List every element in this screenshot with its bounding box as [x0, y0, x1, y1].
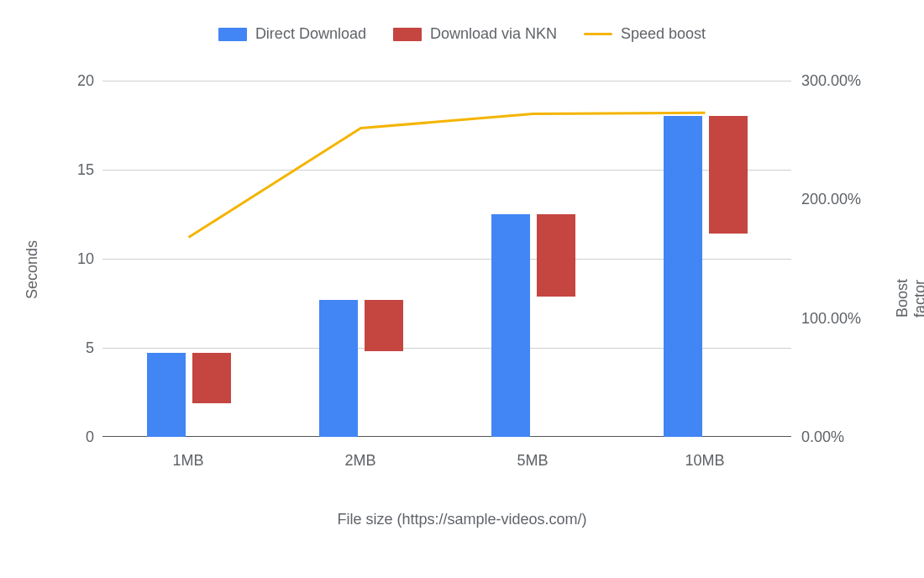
y-left-tick: 15: [20, 161, 94, 179]
y-axis-left-label: Seconds: [24, 240, 41, 299]
boost-line: [102, 81, 791, 437]
x-axis-label: File size (https://sample-videos.com/): [20, 511, 904, 528]
legend-item-nkn: Download via NKN: [393, 25, 557, 43]
legend: Direct Download Download via NKN Speed b…: [0, 25, 924, 43]
legend-item-boost: Speed boost: [584, 25, 706, 43]
legend-swatch-nkn-icon: [393, 28, 422, 41]
y-left-tick: 0: [20, 428, 94, 446]
plot-area: [102, 81, 791, 437]
y-left-tick: 10: [20, 250, 94, 268]
y-right-tick: 0.00%: [801, 428, 844, 446]
chart: Seconds Boost factor % File size (https:…: [20, 74, 904, 544]
y-left-tick: 5: [20, 339, 94, 357]
legend-swatch-boost-icon: [584, 33, 612, 35]
y-left-tick: 20: [20, 72, 94, 90]
y-axis-right-label: Boost factor %: [894, 279, 924, 318]
legend-label-direct: Direct Download: [255, 25, 366, 43]
y-right-tick: 200.00%: [801, 191, 861, 208]
x-tick: 1MB: [172, 452, 203, 470]
y-right-tick: 300.00%: [801, 72, 861, 90]
y-right-tick: 100.00%: [801, 309, 861, 327]
x-tick: 5MB: [517, 452, 548, 470]
x-tick: 10MB: [685, 452, 724, 470]
legend-label-nkn: Download via NKN: [430, 25, 557, 43]
x-tick: 2MB: [344, 452, 375, 470]
legend-item-direct: Direct Download: [218, 25, 366, 43]
legend-label-boost: Speed boost: [621, 25, 706, 43]
legend-swatch-direct-icon: [218, 28, 247, 41]
boost-line-path-icon: [189, 113, 706, 237]
